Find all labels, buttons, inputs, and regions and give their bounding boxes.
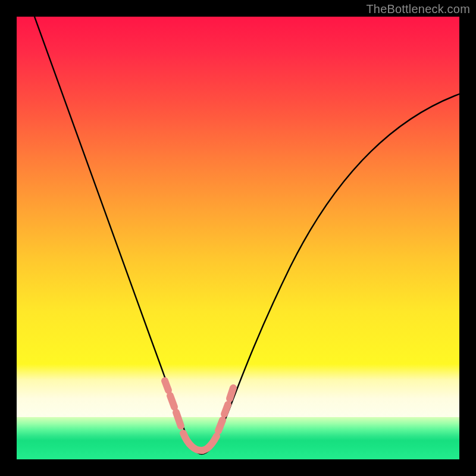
highlight-dip <box>165 381 233 450</box>
bottleneck-curve <box>35 17 459 454</box>
chart-frame: TheBottleneck.com <box>0 0 476 476</box>
watermark: TheBottleneck.com <box>366 2 470 16</box>
plot-area <box>17 17 459 459</box>
curve-layer <box>17 17 459 459</box>
